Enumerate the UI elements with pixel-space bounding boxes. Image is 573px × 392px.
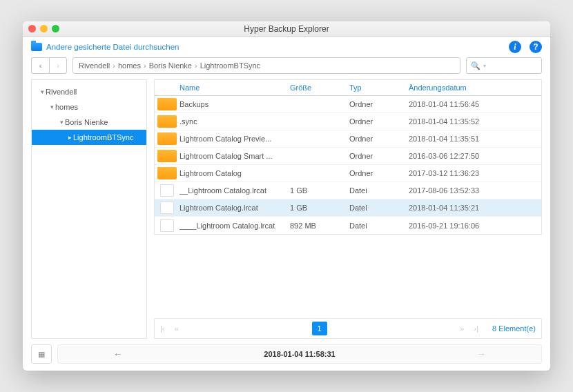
- column-date[interactable]: Änderungsdatum: [409, 84, 541, 92]
- chevron-right-icon: ▸: [66, 134, 73, 141]
- tree-label: Boris Nienke: [65, 118, 108, 126]
- next-page-icon[interactable]: »: [460, 324, 464, 333]
- file-pane: Name Größe Typ Änderungsdatum BackupsOrd…: [154, 79, 542, 339]
- cell-date: 2017-08-06 13:52:33: [409, 186, 541, 195]
- table-row[interactable]: ____Lightroom Catalog.lrcat892 MBDatei20…: [155, 217, 541, 234]
- cell-type: Ordner: [349, 117, 409, 126]
- pager: |‹ « 1 » ›| 8 Element(e): [154, 318, 542, 339]
- calendar-icon: ▦: [38, 350, 45, 359]
- column-type[interactable]: Typ: [349, 84, 409, 92]
- last-page-icon[interactable]: ›|: [474, 324, 478, 333]
- prev-page-icon[interactable]: «: [175, 324, 179, 333]
- table-header: Name Größe Typ Änderungsdatum: [154, 79, 542, 96]
- file-list: BackupsOrdner2018-01-04 11:56:45.syncOrd…: [154, 96, 542, 235]
- cell-name: Lightroom Catalog Smart ...: [179, 152, 290, 160]
- calendar-button[interactable]: ▦: [31, 344, 52, 364]
- toolbar: Andere gesicherte Datei durchsuchen i ?: [23, 37, 550, 56]
- footer: ▦ ← 2018-01-04 11:58:31 →: [23, 339, 550, 371]
- cell-name: ____Lightroom Catalog.lrcat: [179, 222, 290, 230]
- chevron-right-icon: ›: [195, 61, 197, 70]
- prev-snapshot-button[interactable]: ←: [113, 349, 123, 360]
- close-icon[interactable]: [28, 25, 36, 32]
- column-name[interactable]: Name: [179, 84, 290, 92]
- tree-label: homes: [55, 103, 78, 111]
- crumb[interactable]: Rivendell: [79, 61, 110, 70]
- next-snapshot-button[interactable]: →: [476, 349, 486, 360]
- cell-date: 2018-01-04 11:56:45: [409, 100, 541, 108]
- cell-type: Ordner: [349, 135, 409, 143]
- tree-item-rivendell[interactable]: ▾ Rivendell: [32, 84, 146, 99]
- cell-date: 2018-01-04 11:35:52: [409, 117, 541, 126]
- cell-date: 2016-03-06 12:27:50: [409, 152, 541, 160]
- tree-label: Rivendell: [46, 88, 77, 96]
- table-row[interactable]: BackupsOrdner2018-01-04 11:56:45: [155, 96, 541, 113]
- folder-icon: [31, 43, 42, 51]
- chevron-down-icon: ▾: [48, 104, 55, 110]
- cell-name: Lightroom Catalog.lrcat: [179, 204, 290, 212]
- cell-date: 2016-09-21 19:16:06: [409, 222, 541, 230]
- current-page[interactable]: 1: [312, 322, 327, 335]
- cell-date: 2018-01-04 11:35:21: [409, 204, 541, 212]
- column-size[interactable]: Größe: [290, 84, 349, 92]
- help-button[interactable]: ?: [530, 41, 542, 53]
- navigation-row: ‹ › Rivendell › homes › Boris Nienke › L…: [23, 56, 550, 79]
- breadcrumb[interactable]: Rivendell › homes › Boris Nienke › Light…: [72, 57, 460, 74]
- cell-date: 2018-01-04 11:35:51: [409, 135, 541, 143]
- tree-item-boris-nienke[interactable]: ▾ Boris Nienke: [32, 115, 146, 130]
- crumb[interactable]: homes: [118, 61, 141, 70]
- browse-other-backup-link[interactable]: Andere gesicherte Datei durchsuchen: [46, 43, 179, 51]
- file-icon: [160, 184, 174, 197]
- element-count: 8 Element(e): [492, 324, 536, 333]
- folder-icon: [157, 115, 177, 128]
- cell-date: 2017-03-12 11:36:23: [409, 169, 541, 177]
- table-row[interactable]: __Lightroom Catalog.lrcat1 GBDatei2017-0…: [155, 182, 541, 199]
- folder-icon: [157, 167, 177, 179]
- table-row[interactable]: Lightroom Catalog Previe...Ordner2018-01…: [155, 130, 541, 148]
- tree-item-lightroombtsync[interactable]: ▸ LightroomBTSync: [32, 130, 146, 145]
- snapshot-timeline[interactable]: ← 2018-01-04 11:58:31 →: [57, 344, 542, 364]
- cell-type: Ordner: [349, 100, 409, 108]
- pager-next-last[interactable]: » ›|: [437, 324, 478, 333]
- app-window: Hyper Backup Explorer Andere gesicherte …: [23, 21, 550, 371]
- table-row[interactable]: .syncOrdner2018-01-04 11:35:52: [155, 113, 541, 130]
- folder-tree: ▾ Rivendell ▾ homes ▾ Boris Nienke ▸ Lig…: [31, 79, 147, 339]
- cell-name: __Lightroom Catalog.lrcat: [179, 186, 290, 195]
- chevron-down-icon: ▾: [39, 88, 46, 95]
- table-row[interactable]: Lightroom Catalog.lrcat1 GBDatei2018-01-…: [155, 199, 541, 217]
- folder-icon: [157, 98, 177, 110]
- cell-type: Datei: [349, 186, 409, 195]
- titlebar: Hyper Backup Explorer: [23, 21, 550, 37]
- table-row[interactable]: Lightroom CatalogOrdner2017-03-12 11:36:…: [155, 165, 541, 182]
- cell-type: Datei: [349, 222, 409, 230]
- cell-name: Backups: [179, 100, 290, 108]
- back-button[interactable]: ‹: [31, 57, 49, 74]
- info-button[interactable]: i: [509, 41, 521, 53]
- tree-label: LightroomBTSync: [73, 133, 133, 141]
- file-icon: [160, 219, 174, 232]
- minimize-icon[interactable]: [40, 25, 48, 32]
- chevron-right-icon: ›: [113, 61, 115, 70]
- tree-item-homes[interactable]: ▾ homes: [32, 99, 146, 115]
- cell-size: 1 GB: [290, 186, 349, 195]
- chevron-down-icon: ▾: [58, 119, 65, 126]
- cell-type: Datei: [349, 204, 409, 212]
- pager-first-prev[interactable]: |‹ «: [160, 324, 202, 333]
- search-icon: 🔍: [471, 61, 480, 70]
- table-row[interactable]: Lightroom Catalog Smart ...Ordner2016-03…: [155, 148, 541, 165]
- dropdown-icon: ▾: [483, 63, 486, 69]
- cell-name: Lightroom Catalog Previe...: [179, 135, 290, 143]
- search-input[interactable]: 🔍 ▾: [466, 57, 542, 74]
- window-controls: [28, 25, 59, 32]
- forward-button[interactable]: ›: [49, 57, 67, 74]
- cell-name: .sync: [179, 117, 290, 126]
- cell-type: Ordner: [349, 152, 409, 160]
- cell-size: 892 MB: [290, 222, 349, 230]
- cell-type: Ordner: [349, 169, 409, 177]
- crumb[interactable]: LightroomBTSync: [200, 61, 260, 70]
- window-title: Hyper Backup Explorer: [23, 24, 550, 34]
- first-page-icon[interactable]: |‹: [160, 324, 165, 333]
- crumb[interactable]: Boris Nienke: [149, 61, 192, 70]
- chevron-right-icon: ›: [144, 61, 146, 70]
- zoom-icon[interactable]: [52, 25, 59, 32]
- cell-name: Lightroom Catalog: [179, 169, 290, 177]
